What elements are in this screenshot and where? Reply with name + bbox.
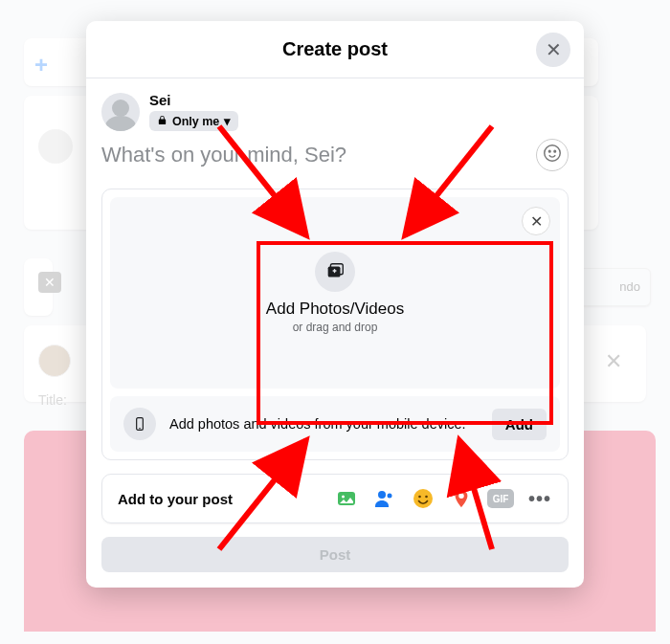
more-options-icon[interactable]: ••• [527, 486, 552, 511]
close-icon: ✕ [546, 38, 562, 61]
photo-video-icon[interactable] [334, 486, 359, 511]
close-icon: ✕ [530, 212, 543, 231]
smiley-icon [542, 143, 563, 167]
location-icon[interactable] [449, 486, 474, 511]
user-row: Sei Only me ▾ [101, 92, 569, 131]
close-button[interactable]: ✕ [536, 33, 570, 67]
avatar[interactable] [101, 93, 140, 131]
mobile-upload-row: Add photos and videos from your mobile d… [110, 396, 560, 452]
close-dropzone-button[interactable]: ✕ [522, 207, 550, 235]
audience-selector[interactable]: Only me ▾ [149, 111, 238, 131]
modal-title: Create post [86, 38, 584, 60]
svg-point-12 [418, 496, 421, 499]
mobile-add-button[interactable]: Add [492, 409, 547, 440]
mobile-upload-text: Add photos and videos from your mobile d… [169, 416, 479, 432]
lock-icon [157, 115, 168, 128]
add-to-post-label: Add to your post [118, 491, 233, 507]
dropzone-title: Add Photos/Videos [266, 300, 404, 319]
modal-body: Sei Only me ▾ ✕ [86, 78, 584, 588]
emoji-picker-button[interactable] [536, 139, 569, 171]
user-meta: Sei Only me ▾ [149, 92, 238, 131]
post-button[interactable]: Post [101, 537, 569, 572]
create-post-modal: Create post ✕ Sei Only me ▾ [86, 21, 584, 588]
add-media-icon [315, 252, 355, 292]
svg-point-0 [545, 145, 561, 162]
gif-icon[interactable]: GIF [487, 489, 514, 508]
chevron-down-icon: ▾ [224, 114, 231, 128]
composer-input[interactable] [101, 143, 499, 167]
audience-label: Only me [172, 115, 219, 128]
modal-header: Create post ✕ [86, 21, 584, 78]
svg-point-9 [378, 491, 386, 499]
dropzone-subtitle: or drag and drop [293, 321, 378, 334]
composer-row [101, 139, 569, 171]
media-dropzone[interactable]: ✕ Add Photos/Videos or drag and drop [110, 197, 560, 389]
add-to-post-row: Add to your post GIF ••• [101, 474, 569, 523]
svg-point-2 [554, 150, 556, 152]
svg-point-8 [342, 496, 345, 499]
svg-point-10 [388, 494, 392, 499]
user-name[interactable]: Sei [149, 92, 238, 108]
tag-people-icon[interactable] [372, 486, 397, 511]
enhance-icons: GIF ••• [334, 486, 552, 511]
svg-point-11 [413, 489, 433, 508]
feeling-icon[interactable] [411, 486, 436, 511]
svg-point-13 [425, 496, 428, 499]
svg-point-1 [548, 150, 550, 152]
mobile-icon [123, 408, 156, 440]
media-area: ✕ Add Photos/Videos or drag and drop Add… [101, 189, 569, 460]
